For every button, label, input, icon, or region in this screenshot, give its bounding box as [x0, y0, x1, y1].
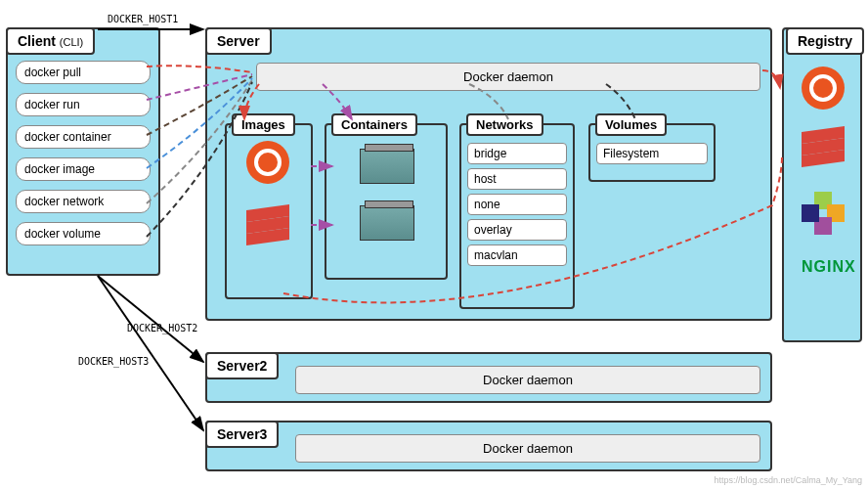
- container-icon-2: [360, 205, 414, 241]
- cmd-pull[interactable]: docker pull: [16, 61, 151, 84]
- cmd-run[interactable]: docker run: [16, 93, 151, 116]
- volumes-filesystem: Filesystem: [596, 143, 708, 164]
- svg-line-1: [98, 276, 203, 362]
- server2-panel: Server2 Docker daemon: [205, 352, 772, 403]
- server2-daemon: Docker daemon: [295, 366, 760, 394]
- net-overlay: overlay: [467, 219, 567, 241]
- client-title-text: Client: [18, 33, 56, 49]
- server-panel: Server Docker daemon Images Containers N…: [205, 27, 772, 321]
- container-icon-1: [360, 149, 414, 184]
- cmd-network[interactable]: docker network: [16, 190, 151, 213]
- net-bridge: bridge: [467, 143, 567, 164]
- cmd-image[interactable]: docker image: [16, 157, 151, 181]
- client-title: Client (CLI): [6, 27, 95, 55]
- net-macvlan: macvlan: [467, 244, 567, 266]
- server-daemon: Docker daemon: [256, 63, 760, 91]
- client-subtitle: (CLI): [60, 36, 83, 48]
- registry-ubuntu-icon: [802, 67, 845, 110]
- images-panel: Images: [225, 123, 313, 299]
- registry-panel: Registry NGINX: [782, 27, 862, 342]
- volumes-title: Volumes: [595, 113, 667, 136]
- containers-title: Containers: [331, 113, 417, 136]
- volumes-panel: Volumes Filesystem: [588, 123, 716, 182]
- registry-redis-icon: [802, 129, 845, 168]
- label-host1: DOCKER_HOST1: [108, 14, 178, 24]
- cmd-volume[interactable]: docker volume: [16, 222, 151, 245]
- label-host3: DOCKER_HOST3: [78, 356, 149, 367]
- cmd-container[interactable]: docker container: [16, 125, 151, 149]
- registry-nginx-icon: NGINX: [802, 258, 860, 276]
- networks-panel: Networks bridge host none overlay macvla…: [459, 123, 575, 309]
- server3-daemon: Docker daemon: [295, 434, 760, 463]
- net-none: none: [467, 194, 567, 215]
- registry-title: Registry: [786, 27, 864, 55]
- label-host2: DOCKER_HOST2: [127, 323, 197, 333]
- server3-panel: Server3 Docker daemon: [205, 421, 772, 471]
- svg-line-2: [98, 276, 203, 430]
- watermark: https://blog.csdn.net/Calma_My_Yang: [715, 475, 862, 485]
- images-title: Images: [232, 113, 295, 136]
- server2-title: Server2: [205, 352, 279, 379]
- registry-centos-icon: [802, 192, 845, 235]
- net-host: host: [467, 168, 567, 190]
- ubuntu-icon: [246, 141, 289, 184]
- networks-title: Networks: [466, 113, 543, 136]
- containers-panel: Containers: [325, 123, 448, 280]
- redis-icon: [246, 207, 289, 246]
- server3-title: Server3: [205, 421, 279, 448]
- client-panel: Client (CLI) docker pull docker run dock…: [6, 27, 160, 276]
- server-title: Server: [205, 27, 272, 55]
